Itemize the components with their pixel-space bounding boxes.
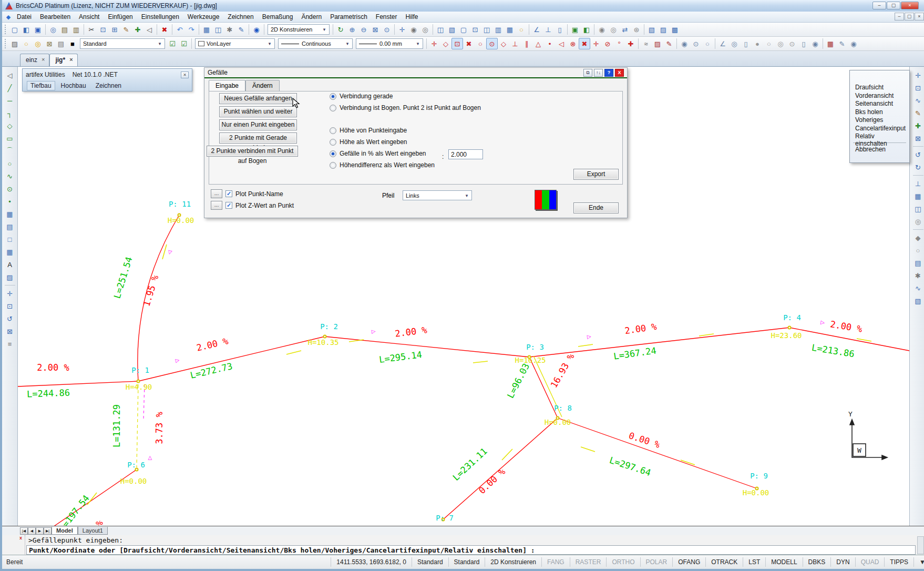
rotate-icon[interactable]: ↺ [4, 312, 16, 325]
sheet-view-icon[interactable]: ◫ [912, 202, 924, 215]
linetype-select[interactable]: Continuous▾ [278, 38, 353, 49]
layer-lock-icon[interactable]: ⊠ [44, 38, 55, 49]
z-filter-icon[interactable]: ≈ [640, 38, 652, 49]
circle-icon[interactable]: ○ [4, 157, 16, 170]
zoom-in-icon[interactable]: ⊕ [346, 24, 358, 35]
layer-plot-icon[interactable]: ▤ [55, 38, 67, 49]
polygon-icon[interactable]: ◇ [4, 119, 16, 132]
workspace-select[interactable]: 2D Konstruieren▾ [268, 24, 330, 35]
sheet-nav-button-2[interactable]: ▶ [36, 527, 44, 535]
dialog-button-3[interactable]: Nur einen Punkt eingeben [219, 119, 297, 130]
properties-icon[interactable]: ▦ [201, 24, 212, 35]
menu-item-bearbeiten[interactable]: Bearbeiten [36, 12, 75, 22]
snap-circle-icon[interactable]: ○ [475, 38, 486, 49]
export-button[interactable]: Export [573, 169, 619, 180]
select-icon[interactable]: ◁ [143, 24, 155, 35]
burst-icon[interactable]: ✱ [912, 269, 924, 282]
layers-view-icon[interactable]: ▤ [912, 257, 924, 269]
render-target-icon[interactable]: ◎ [912, 215, 924, 228]
document-tab-jig[interactable]: jig*× [49, 54, 77, 66]
copy-view-icon[interactable]: ⊡ [912, 81, 924, 94]
view-in-icon[interactable]: ▣ [569, 24, 581, 35]
doc-minimize-button[interactable]: – [895, 13, 904, 21]
layer-color-swatch[interactable]: ■ [67, 38, 78, 49]
layer-erase-icon[interactable]: ▨ [9, 38, 20, 49]
shade-icon[interactable]: ▧ [912, 294, 924, 307]
snap-point-icon[interactable]: ✚ [625, 38, 636, 49]
connection-radio-2[interactable]: Verbindung ist Bogen. Punkt 2 ist Punkt … [330, 104, 481, 111]
status-toggle-lst[interactable]: LST [743, 557, 765, 567]
radio-dot[interactable] [330, 127, 336, 134]
layer-state-2-icon[interactable]: ☑ [178, 38, 190, 49]
command-gutter[interactable]: x [18, 535, 25, 555]
camera-icon[interactable]: ◫ [435, 24, 446, 35]
dialog-tab-eingabe[interactable]: Eingabe [209, 80, 245, 91]
menu-item-werkzeuge[interactable]: Werkzeuge [183, 12, 223, 22]
sheet-nav-button-1[interactable]: ◀ [28, 527, 36, 535]
snap-none-icon[interactable]: ⊘ [602, 38, 613, 49]
color-select[interactable]: VonLayer▾ [195, 38, 275, 49]
paste-icon[interactable]: ⊞ [109, 24, 120, 35]
snap-apparent-icon[interactable]: ⊗ [567, 38, 579, 49]
snap-from-icon[interactable]: ✛ [590, 38, 602, 49]
orbit-icon[interactable]: ∿ [912, 94, 924, 107]
snap-center-icon[interactable]: ⊙ [486, 38, 498, 49]
height-radio-3[interactable]: Gefälle in % als Wert eingeben [330, 150, 426, 157]
door-view-icon[interactable]: ▯ [554, 24, 566, 35]
context-menu-item-draufsicht[interactable]: Draufsicht [850, 83, 909, 91]
menu-item-einfügen[interactable]: Einfügen [104, 12, 137, 22]
status-toggle-modell[interactable]: MODELL [765, 557, 802, 567]
height-radio-2[interactable]: Höhe als Wert eingeben [330, 138, 407, 146]
dot-ring-icon[interactable]: ⊙ [786, 38, 798, 49]
construction-line-icon[interactable]: ─ [4, 94, 16, 107]
dialog-button-4[interactable]: 2 Punkte mit Gerade verbinden [219, 132, 297, 144]
viewports-icon[interactable]: ▦ [504, 24, 516, 35]
status-toggle-fang[interactable]: FANG [541, 557, 570, 567]
help-icon[interactable]: ◉ [251, 24, 262, 35]
settings-icon[interactable]: ✱ [224, 24, 235, 35]
render-view-icon[interactable]: ▧ [446, 24, 458, 35]
ende-button[interactable]: Ende [573, 202, 619, 213]
iso-view-3-icon[interactable]: ▩ [669, 24, 681, 35]
context-menu-item-voheriges[interactable]: Voheriges [850, 116, 909, 124]
status-toggle-tipps[interactable]: TIPPS [884, 557, 913, 567]
context-menu-item-cancelartifexinput[interactable]: Cancelartifexinput [850, 124, 909, 132]
wire-sphere-icon[interactable]: ○ [763, 38, 775, 49]
dialog-tab-aendern[interactable]: Ändern [245, 80, 280, 91]
snap-midpoint-icon[interactable]: ⊡ [451, 38, 463, 49]
delete-icon[interactable]: ✖ [159, 24, 170, 35]
document-tab-einz[interactable]: einz× [20, 54, 49, 66]
region-icon[interactable]: □ [4, 233, 16, 246]
minimize-button[interactable]: – [872, 2, 886, 9]
layer-state-icon[interactable]: ☑ [167, 38, 178, 49]
move-icon[interactable]: ✛ [4, 287, 16, 300]
box-view-icon[interactable]: ▢ [458, 24, 469, 35]
new-sheet-icon[interactable]: ▥ [492, 24, 504, 35]
command-input-box[interactable]: Punkt/Koordinate oder [Draufsicht/Vorder… [26, 545, 916, 555]
menu-item-zeichnen[interactable]: Zeichnen [223, 12, 258, 22]
menu-item-ansicht[interactable]: Ansicht [75, 12, 104, 22]
table-icon[interactable]: ▦ [4, 246, 16, 258]
menu-item-bemaßung[interactable]: Bemaßung [258, 12, 297, 22]
menu-item-datei[interactable]: Datei [13, 12, 36, 22]
dialog-float-icon[interactable]: ⧉ [583, 69, 592, 77]
height-radio-1[interactable]: Höhe von Punkteingabe [330, 127, 407, 134]
ucs-world-icon[interactable]: ⊥ [542, 24, 554, 35]
height-radio-4[interactable]: Höhendifferenz als Wert eingeben [330, 161, 435, 169]
status-toggle-raster[interactable]: RASTER [570, 557, 607, 567]
select-tool-icon[interactable]: ◁ [4, 69, 16, 81]
new-drawing-icon[interactable]: ▢ [9, 24, 20, 35]
dialog-close-icon[interactable]: X [615, 69, 624, 77]
window-tile-icon[interactable]: ◫ [481, 24, 492, 35]
hatch-icon[interactable]: ▦ [4, 208, 16, 220]
ball-icon[interactable]: ○ [912, 244, 924, 257]
snap-track-icon[interactable]: ✛ [428, 38, 440, 49]
snap-tangent-icon[interactable]: △ [532, 38, 544, 49]
save-icon[interactable]: ▣ [32, 24, 44, 35]
spline-icon[interactable]: ∿ [4, 170, 16, 182]
artifex-tab-hochbau[interactable]: Hochbau [57, 81, 90, 90]
mirror-3d-icon[interactable]: ⇄ [619, 24, 631, 35]
align-icon[interactable]: ⊥ [912, 177, 924, 190]
scale-icon[interactable]: ⊠ [4, 325, 16, 338]
radio-dot[interactable] [330, 93, 336, 100]
